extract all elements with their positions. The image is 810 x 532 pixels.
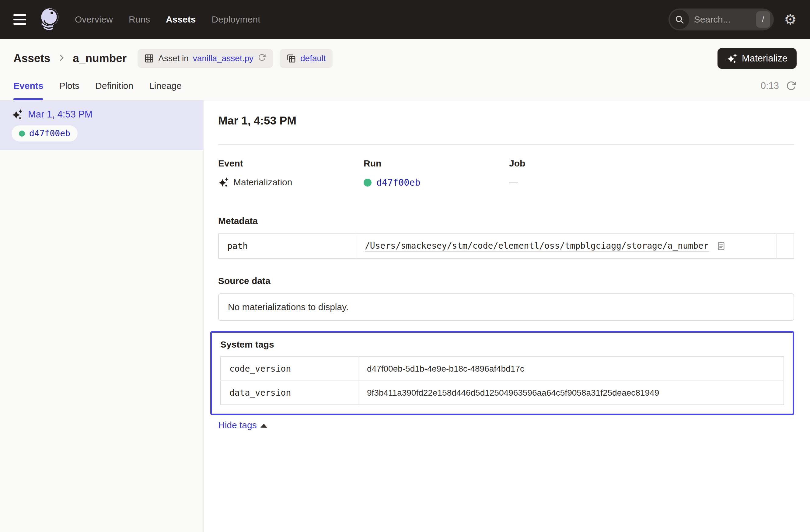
event-summary-columns: Event Materialization Run d47f00eb Job — — [218, 158, 794, 188]
system-tags-heading: System tags — [220, 339, 784, 350]
reload-definition-icon[interactable] — [258, 53, 266, 64]
metadata-section: Metadata path /Users/smackesey/stm/code/… — [218, 216, 794, 259]
search-shortcut-key: / — [756, 11, 770, 28]
source-data-empty-message: No materializations to display. — [218, 293, 794, 321]
source-data-heading: Source data — [218, 276, 794, 286]
tab-definition[interactable]: Definition — [95, 71, 133, 100]
breadcrumb-assets-link[interactable]: Assets — [13, 52, 50, 65]
copy-path-icon[interactable] — [716, 241, 726, 252]
system-tag-value: d47f00eb-5d1b-4e9e-b18c-4896af4bd17c — [358, 357, 784, 381]
page-title: a_number — [73, 52, 127, 65]
repo-icon — [286, 53, 296, 63]
materialize-label: Materialize — [742, 53, 788, 64]
source-data-section: Source data No materializations to displ… — [218, 276, 794, 321]
nav-item-overview[interactable]: Overview — [75, 14, 113, 25]
menu-icon[interactable] — [13, 14, 26, 25]
metadata-table: path /Users/smackesey/stm/code/elementl/… — [218, 233, 794, 259]
repo-default-link[interactable]: default — [300, 53, 326, 63]
search-placeholder: Search... — [694, 14, 756, 25]
job-empty-value: — — [509, 177, 518, 188]
run-id-link[interactable]: d47f00eb — [376, 177, 421, 188]
run-status-dot — [363, 179, 372, 187]
asset-badge-prefix: Asset in — [158, 53, 189, 63]
event-detail-title: Mar 1, 4:53 PM — [218, 114, 794, 127]
materialization-sparkle-icon — [12, 109, 22, 120]
event-column-header: Event — [218, 158, 363, 168]
system-tags-table: code_version d47f00eb-5d1b-4e9e-b18c-489… — [220, 356, 784, 405]
collapse-triangle-icon — [260, 424, 267, 428]
event-detail-panel: Mar 1, 4:53 PM Event Materialization Run… — [204, 100, 810, 532]
nav-item-deployment[interactable]: Deployment — [211, 14, 260, 25]
table-row: data_version 9f3b411a390fd22e158d446d5d1… — [221, 381, 784, 405]
content-area: Mar 1, 4:53 PM d47f00eb Mar 1, 4:53 PM E… — [0, 100, 810, 532]
tab-bar: Events Plots Definition Lineage 0:13 — [0, 71, 810, 100]
breadcrumb-chevron-icon — [57, 53, 66, 64]
sparkle-icon — [727, 53, 737, 64]
repository-badge[interactable]: default — [280, 49, 333, 68]
table-icon — [144, 53, 154, 63]
search-input[interactable]: Search... / — [668, 9, 774, 30]
search-icon — [670, 10, 689, 29]
hide-tags-link[interactable]: Hide tags — [218, 420, 267, 430]
tab-events[interactable]: Events — [13, 71, 43, 100]
nav-item-runs[interactable]: Runs — [129, 14, 150, 25]
asset-definition-badge[interactable]: Asset in vanilla_asset.py — [137, 49, 273, 68]
refresh-countdown: 0:13 — [761, 80, 779, 91]
event-list-item[interactable]: Mar 1, 4:53 PM d47f00eb — [0, 100, 203, 150]
divider — [218, 144, 794, 145]
metadata-key: path — [218, 234, 356, 258]
metadata-row-tail-cell — [776, 234, 794, 258]
nav-item-assets[interactable]: Assets — [166, 14, 196, 25]
hide-tags-label: Hide tags — [218, 420, 257, 430]
asset-header: Assets a_number Asset in vanilla_asset.p… — [0, 39, 810, 100]
system-tag-key: data_version — [221, 381, 358, 405]
system-tags-highlighted-section: System tags code_version d47f00eb-5d1b-4… — [210, 331, 794, 415]
tab-plots[interactable]: Plots — [59, 71, 79, 100]
run-id-label: d47f00eb — [29, 128, 70, 139]
table-row: path /Users/smackesey/stm/code/elementl/… — [218, 234, 794, 258]
top-nav: Overview Runs Assets Deployment Search..… — [0, 0, 810, 39]
run-status-dot — [19, 131, 25, 136]
settings-gear-icon[interactable]: ⚙ — [784, 13, 797, 27]
materialization-sparkle-icon — [218, 177, 228, 188]
tab-lineage[interactable]: Lineage — [149, 71, 182, 100]
run-column-header: Run — [363, 158, 509, 168]
event-timestamp-link[interactable]: Mar 1, 4:53 PM — [28, 109, 93, 120]
metadata-heading: Metadata — [218, 216, 794, 226]
job-column-header: Job — [509, 158, 654, 168]
breadcrumb: Assets a_number Asset in vanilla_asset.p… — [0, 39, 810, 71]
system-tag-key: code_version — [221, 357, 358, 381]
metadata-path-link[interactable]: /Users/smackesey/stm/code/elementl/oss/t… — [365, 241, 708, 251]
system-tag-value: 9f3b411a390fd22e158d446d5d12504963596aa6… — [358, 381, 784, 405]
materialize-button[interactable]: Materialize — [717, 48, 797, 69]
asset-file-link[interactable]: vanilla_asset.py — [193, 53, 254, 63]
run-id-chip[interactable]: d47f00eb — [12, 125, 78, 142]
dagster-logo[interactable] — [37, 7, 62, 32]
refresh-icon[interactable] — [785, 80, 797, 91]
app-window: Overview Runs Assets Deployment Search..… — [0, 0, 810, 532]
event-type-label: Materialization — [233, 177, 292, 188]
table-row: code_version d47f00eb-5d1b-4e9e-b18c-489… — [221, 357, 784, 381]
primary-nav: Overview Runs Assets Deployment — [75, 14, 260, 25]
event-list-sidebar: Mar 1, 4:53 PM d47f00eb — [0, 100, 204, 532]
